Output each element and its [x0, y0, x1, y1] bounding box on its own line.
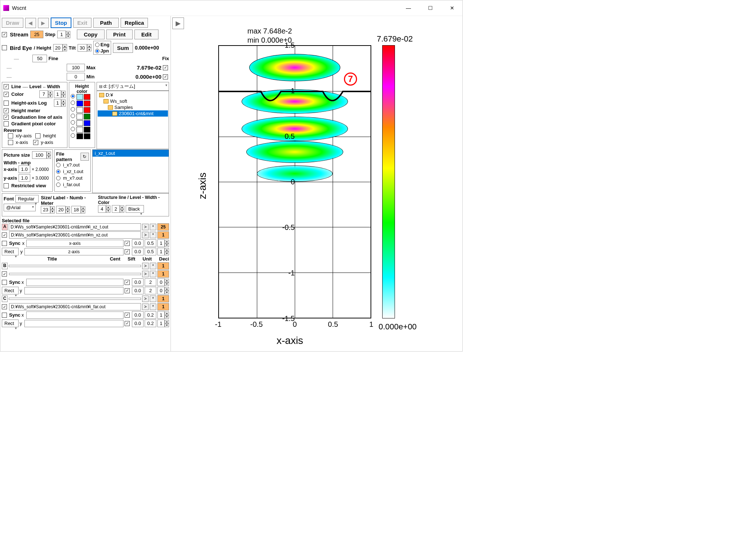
app-window: Wscnt — ☐ ✕ Draw ◀ ▶ Stop Exit Path Repl… [0, 0, 463, 352]
app-icon [3, 5, 9, 11]
prev-button[interactable]: ◀ [25, 18, 36, 28]
stop-button[interactable]: Stop [51, 17, 71, 28]
next-button[interactable]: ▶ [38, 18, 49, 28]
edit-button[interactable]: Edit [134, 30, 158, 39]
step-down[interactable]: ▾ [66, 35, 70, 38]
structure-line [219, 46, 371, 318]
tilt-input[interactable] [78, 44, 87, 52]
refresh-button[interactable]: ↻ [81, 153, 89, 161]
fine-input[interactable] [32, 55, 47, 62]
stream-label: Stream [10, 31, 28, 38]
draw-button[interactable]: Draw [2, 18, 23, 28]
font-style-dropdown[interactable]: Regular [15, 195, 39, 203]
colorbar-max: 7.679e-02 [377, 34, 413, 44]
sum-button[interactable]: Sum [113, 43, 133, 53]
tilt-label: Tilt [69, 45, 76, 51]
maximize-button[interactable]: ☐ [423, 3, 438, 13]
heightlog-checkbox[interactable] [4, 101, 9, 106]
sum-value: 0.000e+00 [135, 45, 159, 51]
folder-wssoft[interactable]: Ws_soft [98, 98, 168, 104]
font-family-dropdown[interactable]: @Arial [4, 204, 36, 211]
folder-tree[interactable]: D:¥ Ws_soft Samples 230601-cnt&mnt [97, 91, 169, 149]
eng-radio[interactable] [95, 43, 99, 47]
exit-button[interactable]: Exit [73, 18, 91, 28]
max-label: Max [86, 65, 95, 70]
birdeye-checkbox[interactable] [2, 45, 7, 50]
fix-min-checkbox[interactable] [163, 74, 168, 79]
gradline-checkbox[interactable] [4, 115, 9, 120]
height-color-title: Height color [71, 84, 93, 94]
height-color-grid [71, 94, 93, 139]
chart: max 7.648e-2 min 0.000e+0 [175, 20, 451, 348]
stream-input[interactable] [30, 31, 43, 38]
step-label: Step [45, 32, 55, 37]
birdeye-label: Bird Eye [10, 45, 32, 51]
x-axis-label: x-axis [277, 335, 303, 346]
chart-max-label: max 7.648e-2 [247, 27, 292, 35]
height-input[interactable] [53, 44, 63, 52]
minimize-button[interactable]: — [401, 3, 416, 13]
stream-checkbox[interactable] [2, 32, 7, 37]
height-label: / Height [34, 45, 51, 51]
color-checkbox[interactable] [4, 92, 9, 97]
plot-box [218, 45, 371, 318]
fine-label: Fine [48, 56, 58, 61]
fix-label: Fix [162, 56, 169, 61]
window-title: Wscnt [12, 5, 401, 11]
file-item-selected[interactable]: i_xz_t.out [93, 150, 169, 157]
path-button[interactable]: Path [93, 18, 119, 28]
file-list[interactable]: i_xz_t.out [92, 149, 169, 193]
max-value: 7.679e-02 [97, 64, 161, 71]
copy-button[interactable]: Copy [77, 30, 105, 39]
y-axis-label: z-axis [197, 172, 208, 199]
min-value: 0.000e+00 [96, 74, 161, 80]
plot-panel: ▶ 7 max 7.648e-2 min 0.000e+0 [171, 16, 462, 351]
step-up[interactable]: ▴ [66, 31, 70, 35]
drive-dropdown[interactable]: ⊟ d: [ボリューム] [97, 82, 169, 91]
line-checkbox[interactable] [4, 84, 9, 89]
min-label: Min [86, 74, 94, 79]
folder-samples[interactable]: Samples [98, 104, 168, 110]
fix-max-checkbox[interactable] [163, 65, 168, 70]
print-button[interactable]: Print [106, 30, 133, 39]
titlebar: Wscnt — ☐ ✕ [0, 0, 462, 16]
jpn-radio[interactable] [95, 49, 99, 53]
heightmeter-checkbox[interactable] [4, 108, 9, 113]
file-slot-A: A [2, 224, 8, 230]
max-num-input[interactable] [67, 64, 85, 71]
colorbar [382, 45, 395, 318]
colorbar-min: 0.000e+00 [379, 322, 417, 332]
gradpixel-checkbox[interactable] [4, 121, 9, 126]
close-button[interactable]: ✕ [445, 3, 459, 13]
folder-selected[interactable]: 230601-cnt&mnt [98, 110, 168, 117]
step-input[interactable] [57, 31, 66, 38]
folder-root[interactable]: D:¥ [98, 92, 168, 98]
replica-button[interactable]: Replica [121, 18, 148, 28]
control-panel: Draw ◀ ▶ Stop Exit Path Replica Stream S… [0, 16, 171, 351]
min-num-input[interactable] [67, 73, 85, 81]
